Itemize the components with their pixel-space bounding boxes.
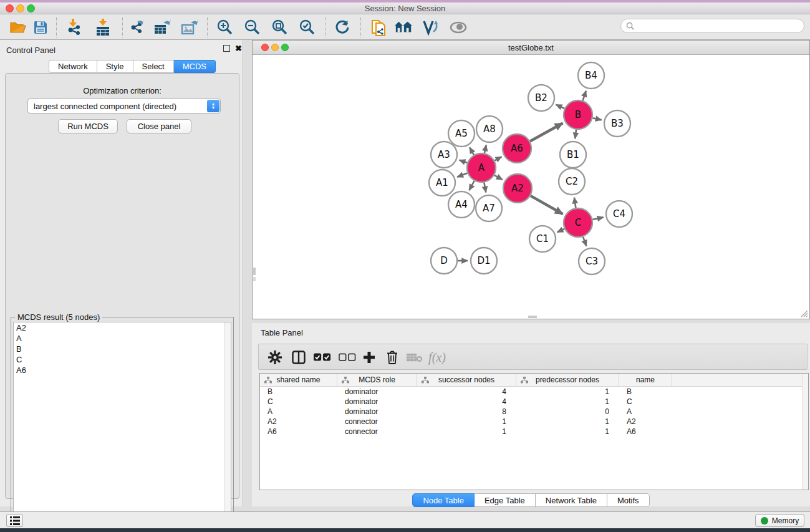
open-file-icon[interactable] <box>9 18 27 37</box>
export-table-icon[interactable] <box>153 18 172 37</box>
table-options-gear-icon[interactable] <box>266 349 284 366</box>
function-builder-icon[interactable]: f(x) <box>428 349 446 366</box>
cell-successor-nodes[interactable]: 1 <box>417 427 516 437</box>
cell-predecessor-nodes[interactable]: 1 <box>516 417 619 427</box>
result-item[interactable]: C <box>14 354 231 365</box>
edge-A-A3[interactable] <box>460 160 468 163</box>
edge-C-C4[interactable] <box>592 217 603 220</box>
cell-predecessor-nodes[interactable]: 1 <box>516 427 619 437</box>
cell-predecessor-nodes[interactable]: 1 <box>516 397 619 407</box>
edge-B-B4[interactable] <box>583 91 586 101</box>
cell-MCDS-role[interactable]: connector <box>337 427 417 437</box>
cell-name[interactable]: B <box>619 387 672 397</box>
node-B[interactable]: B <box>564 100 592 129</box>
column-header-name[interactable]: name <box>619 374 672 386</box>
node-A[interactable]: A <box>467 153 496 182</box>
column-header-MCDS-role[interactable]: MCDS role <box>337 374 417 386</box>
result-item[interactable]: A <box>14 333 231 344</box>
search-input[interactable] <box>620 19 804 33</box>
cell-name[interactable]: C <box>619 397 672 407</box>
cell-successor-nodes[interactable]: 4 <box>417 387 516 397</box>
cell-shared-name[interactable]: A6 <box>260 427 337 437</box>
import-network-icon[interactable] <box>65 18 84 37</box>
visual-properties-icon[interactable] <box>422 18 440 37</box>
cell-predecessor-nodes[interactable]: 1 <box>516 387 619 397</box>
network-vertical-scrollbar-2[interactable] <box>253 277 256 281</box>
node-A1[interactable]: A1 <box>429 170 455 196</box>
result-item[interactable]: A2 <box>14 322 231 333</box>
window-resize-grip[interactable] <box>799 309 808 317</box>
column-header-predecessor-nodes[interactable]: predecessor nodes <box>516 374 619 386</box>
edge-B-B1[interactable] <box>575 130 576 138</box>
node-B2[interactable]: B2 <box>528 85 554 111</box>
edge-A-A6[interactable] <box>494 157 501 160</box>
export-network-icon[interactable] <box>128 18 147 37</box>
tab-node-table[interactable]: Node Table <box>412 493 475 507</box>
task-history-button[interactable] <box>6 514 23 527</box>
cell-MCDS-role[interactable]: dominator <box>337 387 417 397</box>
edge-B-B3[interactable] <box>592 118 601 120</box>
memory-button[interactable]: Memory <box>755 514 804 527</box>
edge-A-A1[interactable] <box>457 173 467 177</box>
edge-A-A2[interactable] <box>494 175 503 180</box>
network-window-titlebar[interactable]: testGlobe.txt <box>253 41 809 55</box>
result-item[interactable]: A6 <box>14 365 231 375</box>
run-mcds-button[interactable]: Run MCDS <box>58 119 118 133</box>
add-column-icon[interactable] <box>360 349 378 366</box>
cell-successor-nodes[interactable]: 8 <box>417 407 516 417</box>
node-B4[interactable]: B4 <box>578 62 604 89</box>
edge-A-A7[interactable] <box>484 183 486 193</box>
cell-predecessor-nodes[interactable]: 0 <box>516 407 619 417</box>
node-B1[interactable]: B1 <box>560 142 586 168</box>
first-neighbors-icon[interactable] <box>333 18 352 37</box>
network-vertical-scrollbar[interactable] <box>253 268 256 275</box>
home-icon[interactable] <box>394 18 413 37</box>
tab-network[interactable]: Network <box>49 60 97 73</box>
select-all-icon[interactable] <box>314 349 331 366</box>
zoom-in-icon[interactable] <box>216 18 234 37</box>
node-A8[interactable]: A8 <box>476 116 503 142</box>
tab-mcds[interactable]: MCDS <box>174 60 216 73</box>
tab-motifs[interactable]: Motifs <box>607 493 650 507</box>
show-hide-icon[interactable] <box>449 18 468 37</box>
copy-style-icon[interactable] <box>369 18 388 37</box>
cell-shared-name[interactable]: C <box>260 397 337 407</box>
edge-A-A8[interactable] <box>485 145 486 153</box>
tab-style[interactable]: Style <box>97 60 133 73</box>
node-C3[interactable]: C3 <box>579 248 605 274</box>
node-A2[interactable]: A2 <box>503 174 532 203</box>
cell-shared-name[interactable]: B <box>260 387 337 397</box>
cell-name[interactable]: A <box>619 407 672 417</box>
tab-edge-table[interactable]: Edge Table <box>475 493 536 507</box>
table-row[interactable]: Adominator80A <box>260 407 808 417</box>
tab-select[interactable]: Select <box>133 60 174 73</box>
edge-C-C2[interactable] <box>574 198 576 208</box>
cell-MCDS-role[interactable]: connector <box>337 417 417 427</box>
table-scrollbar[interactable] <box>802 374 808 490</box>
node-A7[interactable]: A7 <box>476 195 502 221</box>
show-columns-icon[interactable] <box>290 349 307 366</box>
node-C4[interactable]: C4 <box>606 201 632 227</box>
node-A3[interactable]: A3 <box>431 142 457 168</box>
network-horizontal-scrollbar[interactable] <box>528 316 537 318</box>
edge-C-C3[interactable] <box>583 237 586 246</box>
close-panel-button[interactable]: Close panel <box>127 119 191 133</box>
save-session-icon[interactable] <box>31 18 50 37</box>
float-panel-icon[interactable] <box>223 45 230 52</box>
column-header-successor-nodes[interactable]: successor nodes <box>417 374 516 386</box>
edge-A-A5[interactable] <box>470 147 474 155</box>
table-row[interactable]: Cdominator41C <box>260 397 808 407</box>
node-A6[interactable]: A6 <box>503 134 531 163</box>
unselect-all-icon[interactable] <box>339 349 356 366</box>
edge-C-C1[interactable] <box>557 229 565 232</box>
network-graph-canvas[interactable]: B4B2BB3A8A5A6B1A3AC2A1A2A4A7C4CC1C3DD1 <box>253 56 809 319</box>
cell-successor-nodes[interactable]: 4 <box>417 397 516 407</box>
node-table[interactable]: shared nameMCDS rolesuccessor nodesprede… <box>259 373 809 490</box>
import-table-icon[interactable] <box>94 18 112 37</box>
tab-network-table[interactable]: Network Table <box>536 493 607 507</box>
cell-name[interactable]: A6 <box>619 427 672 437</box>
cell-successor-nodes[interactable]: 1 <box>417 417 516 427</box>
table-row[interactable]: Bdominator41B <box>260 387 808 397</box>
cell-MCDS-role[interactable]: dominator <box>337 407 417 417</box>
zoom-out-icon[interactable] <box>243 18 262 37</box>
